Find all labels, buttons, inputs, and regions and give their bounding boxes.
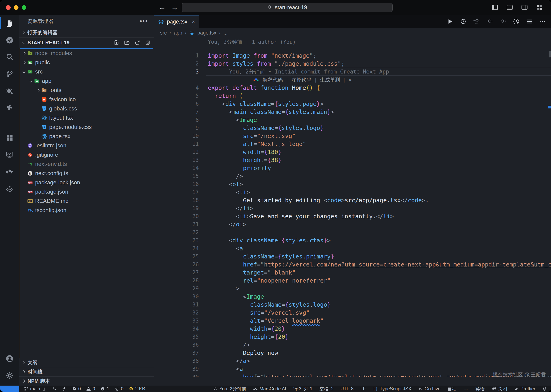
refresh-button[interactable]	[134, 40, 140, 46]
code-line[interactable]: 32src="/vercel.svg"	[153, 309, 551, 317]
code-line[interactable]: 18Get started by editing <code>src/app/p…	[153, 196, 551, 204]
code-line[interactable]: 20<li>Save and see your changes instantl…	[153, 212, 551, 220]
code-line[interactable]: 15/>	[153, 172, 551, 180]
activitybar-puzzle[interactable]	[0, 99, 19, 116]
activitybar-bug[interactable]	[0, 82, 19, 99]
layout-toggle[interactable]	[536, 4, 543, 11]
activitybar-blocks[interactable]	[0, 163, 19, 180]
tree-item-package-json[interactable]: npmpackage.json	[20, 187, 153, 196]
code-line[interactable]: 31className={styles.logo}	[153, 301, 551, 309]
code-line[interactable]: 30<Image	[153, 293, 551, 301]
graphcircle-button[interactable]	[513, 18, 520, 25]
tree-item-fonts[interactable]: Aafonts	[20, 85, 153, 95]
sidebar-panel-大纲[interactable]: 大纲	[19, 358, 153, 367]
editor-scrollbar[interactable]	[548, 47, 551, 385]
tree-item-src[interactable]: </>src	[20, 67, 153, 76]
status-1[interactable]: 1	[100, 386, 109, 392]
status-2-kb[interactable]: 2 KB	[129, 386, 145, 392]
explorer-more-actions-icon[interactable]: •••	[140, 18, 148, 25]
tree-item-tsconfig-json[interactable]: TStsconfig.json	[20, 206, 153, 215]
project-section-header[interactable]: START-REACT-19	[19, 37, 153, 48]
code-line[interactable]: 26href="https://vercel.com/new?utm_sourc…	[153, 260, 551, 268]
status-关闭[interactable]: 关闭	[492, 386, 507, 392]
tree-item--eslintrc-json[interactable]: .eslintrc.json	[20, 141, 153, 150]
code-line[interactable]: 34width={20}	[153, 325, 551, 333]
activitybar-juejin[interactable]	[0, 180, 19, 197]
code-line[interactable]: 22	[153, 228, 551, 236]
activitybar-gear[interactable]	[0, 367, 19, 384]
tree-item-next-config-ts[interactable]: Nnext.config.ts	[20, 169, 153, 178]
breadcrumb-item-page-tsx[interactable]: page.tsx	[197, 30, 216, 36]
code-line[interactable]: 23<div className={styles.ctas}>	[153, 236, 551, 245]
status-自动[interactable]: 自动	[447, 386, 457, 392]
activitybar-search[interactable]	[0, 49, 19, 65]
close-tab-icon[interactable]: ×	[192, 19, 195, 25]
forward-arrow-icon[interactable]: →	[171, 3, 178, 12]
sidebar-panel-时间线[interactable]: 时间线	[19, 367, 153, 376]
open-editors-section[interactable]: 打开的编辑器	[19, 27, 153, 37]
status-marscode-ai[interactable]: MarsCode AI	[253, 386, 286, 392]
status-lf[interactable]: LF	[360, 386, 366, 392]
prevchange-button[interactable]	[473, 18, 480, 25]
collapse-button[interactable]	[145, 40, 151, 46]
panel-right-toggle[interactable]	[521, 4, 528, 11]
code-line[interactable]: 9className={styles.logo}	[153, 124, 551, 132]
activitybar-files[interactable]	[0, 15, 19, 32]
status-main[interactable]: main	[24, 386, 47, 392]
status-graph2[interactable]	[52, 386, 57, 391]
status-0[interactable]: 0	[86, 386, 95, 392]
tree-item-page-tsx[interactable]: page.tsx	[20, 132, 153, 141]
ai-action-2[interactable]: 生成单测	[320, 76, 340, 84]
sidebar-panel-NPM 脚本[interactable]: NPM 脚本	[19, 376, 153, 385]
tree-item-app[interactable]: app	[20, 76, 153, 85]
activitybar-account[interactable]	[0, 350, 19, 367]
code-line[interactable]: 4export default function Home() {	[153, 84, 551, 92]
status-prettier[interactable]: Prettier	[514, 386, 535, 392]
command-center-search[interactable]: start-react-19	[182, 3, 393, 12]
tree-item-node-modules[interactable]: JSnode_modules	[20, 49, 153, 58]
code-line[interactable]: 24<a	[153, 245, 551, 252]
menu-button[interactable]	[526, 18, 533, 25]
code-line[interactable]: 33alt="Vercel logomark"	[153, 317, 551, 325]
breadcrumb-item-app[interactable]: app	[174, 30, 182, 36]
code-line[interactable]: 2import styles from "./page.module.css";	[153, 60, 551, 68]
tree-item-package-lock-json[interactable]: npmpackage-lock.json	[20, 178, 153, 187]
scrollbar-slider[interactable]	[549, 51, 551, 57]
code-area[interactable]: 1import Image from "next/image";2import …	[153, 47, 551, 377]
code-line[interactable]: 21</ol>	[153, 220, 551, 228]
status-bell[interactable]	[542, 386, 547, 391]
tree-item-next-env-d-ts[interactable]: TSnext-env.d.ts	[20, 160, 153, 169]
code-line[interactable]: 19</li>	[153, 204, 551, 212]
status-行-3-列-1[interactable]: 行 3, 列 1	[293, 386, 313, 392]
activitybar-branch[interactable]	[0, 65, 19, 82]
code-line[interactable]: 11alt="Next.js logo"	[153, 140, 551, 148]
tree-item-globals-css[interactable]: 3globals.css	[20, 104, 153, 113]
new-folder-button[interactable]	[124, 40, 130, 46]
code-line[interactable]: 40href="https://vercel.com/templates?utm…	[153, 373, 551, 377]
breadcrumb-item--[interactable]: ...	[223, 30, 228, 36]
tree-item-page-module-css[interactable]: 3page.module.css	[20, 123, 153, 132]
new-file-button[interactable]	[113, 40, 119, 46]
status-0[interactable]: 0	[114, 386, 124, 392]
code-line[interactable]: 17<li>	[153, 188, 551, 196]
minimize-window-button[interactable]	[14, 5, 19, 10]
more-button[interactable]	[539, 18, 546, 25]
close-window-button[interactable]	[6, 5, 11, 10]
status-rocket[interactable]	[62, 386, 67, 391]
tree-item--gitignore[interactable]: .gitignore	[20, 150, 153, 160]
code-line[interactable]: 36/>	[153, 341, 551, 349]
code-line[interactable]: 37Deploy now	[153, 349, 551, 357]
breadcrumb-item-src[interactable]: src	[160, 30, 167, 36]
code-line[interactable]: 25className={styles.primary}	[153, 252, 551, 260]
activitybar-check[interactable]	[0, 32, 19, 49]
activitybar-grid[interactable]	[0, 129, 19, 146]
code-line[interactable]: 27target="_blank"	[153, 268, 551, 277]
maximize-window-button[interactable]	[22, 5, 26, 10]
status-英语[interactable]: 英语	[475, 386, 485, 392]
code-line[interactable]: 39<a	[153, 365, 551, 373]
code-line[interactable]: 14priority	[153, 164, 551, 172]
activitybar-monitor[interactable]	[0, 146, 19, 163]
code-line-current[interactable]: 3You, 2分钟前 • Initial commit from Create …	[153, 68, 551, 76]
remote-indicator[interactable]	[0, 385, 19, 392]
ai-widget-close-icon[interactable]: ×	[349, 76, 352, 84]
